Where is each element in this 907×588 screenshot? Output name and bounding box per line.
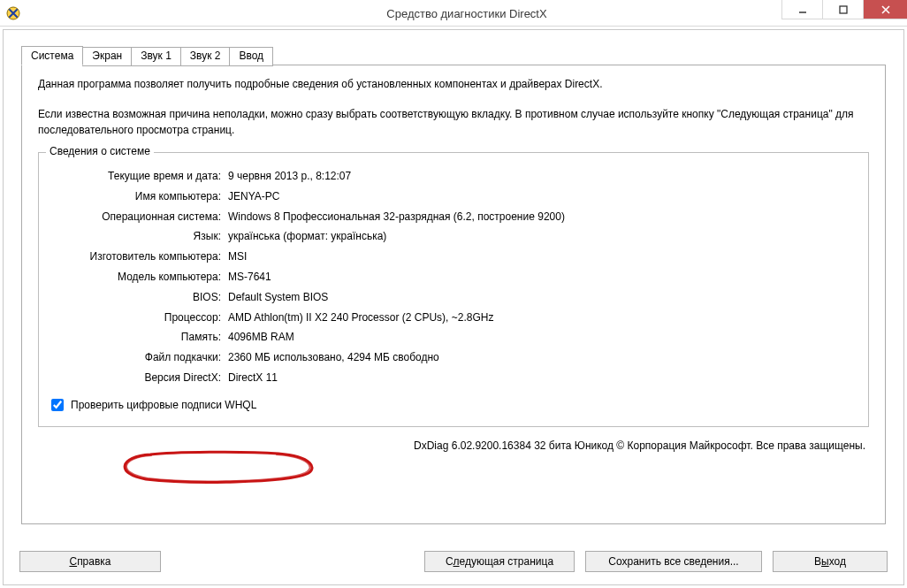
tab-strip: Система Экран Звук 1 Звук 2 Ввод xyxy=(21,46,886,65)
info-row: Язык:українська (формат: українська) xyxy=(48,229,859,244)
info-label: Процессор: xyxy=(48,310,225,325)
info-label: Память: xyxy=(48,330,225,345)
info-value: JENYA-PC xyxy=(225,189,859,204)
info-value: українська (формат: українська) xyxy=(225,229,859,244)
info-value: AMD Athlon(tm) II X2 240 Processor (2 CP… xyxy=(225,310,859,325)
window-body: Система Экран Звук 1 Звук 2 Ввод Данная … xyxy=(3,29,904,585)
help-button[interactable]: Справка xyxy=(19,551,161,572)
info-label: Текущие время и дата: xyxy=(48,169,225,184)
info-value: 2360 МБ использовано, 4294 МБ свободно xyxy=(225,350,859,365)
whql-checkbox[interactable] xyxy=(51,399,64,411)
next-page-button[interactable]: Следующая страница xyxy=(424,551,575,572)
info-row: Версия DirectX:DirectX 11 xyxy=(48,370,859,386)
info-label: BIOS: xyxy=(48,290,225,305)
info-row: Процессор:AMD Athlon(tm) II X2 240 Proce… xyxy=(48,310,859,325)
maximize-button[interactable] xyxy=(822,0,863,19)
save-all-button[interactable]: Сохранить все сведения... xyxy=(585,551,762,572)
info-row: Файл подкачки:2360 МБ использовано, 4294… xyxy=(48,350,859,365)
info-row: BIOS:Default System BIOS xyxy=(48,290,859,305)
title-bar: Средство диагностики DirectX xyxy=(0,0,907,27)
whql-label: Проверить цифровые подписи WHQL xyxy=(71,399,256,411)
info-label: Операционная система: xyxy=(48,210,225,225)
minimize-icon xyxy=(798,5,807,14)
info-row: Модель компьютера:MS-7641 xyxy=(48,270,859,285)
info-label: Язык: xyxy=(48,229,225,244)
highlight-mark xyxy=(111,447,323,486)
tab-display[interactable]: Экран xyxy=(82,47,132,66)
whql-row: Проверить цифровые подписи WHQL xyxy=(48,396,859,414)
close-icon xyxy=(880,4,891,15)
info-label: Имя компьютера: xyxy=(48,189,225,204)
system-info-group: Сведения о системе Текущие время и дата:… xyxy=(38,152,869,427)
group-title: Сведения о системе xyxy=(46,145,154,157)
exit-button[interactable]: Выход xyxy=(773,551,888,572)
copyright-line: DxDiag 6.02.9200.16384 32 бита Юникод © … xyxy=(38,439,869,452)
window-title: Средство диагностики DirectX xyxy=(27,5,907,20)
info-value: MS-7641 xyxy=(225,270,859,285)
close-button[interactable] xyxy=(863,0,907,19)
info-value: DirectX 11 xyxy=(225,370,859,386)
info-row: Текущие время и дата:9 червня 2013 р., 8… xyxy=(48,169,859,184)
info-label: Изготовитель компьютера: xyxy=(48,249,225,264)
window-controls xyxy=(781,0,907,27)
info-value: MSI xyxy=(225,249,859,264)
info-value: Default System BIOS xyxy=(225,290,859,305)
info-row: Изготовитель компьютера:MSI xyxy=(48,249,859,264)
info-row: Операционная система:Windows 8 Профессио… xyxy=(48,210,859,225)
intro-text: Данная программа позволяет получить подр… xyxy=(38,76,869,138)
info-label: Файл подкачки: xyxy=(48,350,225,365)
info-label: Версия DirectX: xyxy=(48,370,225,386)
minimize-button[interactable] xyxy=(781,0,822,19)
intro-p2: Если известна возможная причина неполадк… xyxy=(38,106,869,138)
bottom-buttons: Справка Следующая страница Сохранить все… xyxy=(19,551,888,572)
intro-p1: Данная программа позволяет получить подр… xyxy=(38,76,869,92)
svg-rect-2 xyxy=(840,6,847,13)
maximize-icon xyxy=(839,5,848,14)
tab-sound2[interactable]: Звук 2 xyxy=(180,47,231,66)
tab-system[interactable]: Система xyxy=(21,46,83,65)
info-value: Windows 8 Профессиональная 32-разрядная … xyxy=(225,210,859,225)
info-value: 9 червня 2013 р., 8:12:07 xyxy=(225,169,859,184)
tab-panel-system: Данная программа позволяет получить подр… xyxy=(21,65,886,524)
tab-input[interactable]: Ввод xyxy=(229,47,273,66)
info-label: Модель компьютера: xyxy=(48,270,225,285)
info-value: 4096MB RAM xyxy=(225,330,859,345)
tab-sound1[interactable]: Звук 1 xyxy=(131,47,181,66)
app-icon xyxy=(0,6,27,20)
info-row: Имя компьютера:JENYA-PC xyxy=(48,189,859,204)
info-row: Память:4096MB RAM xyxy=(48,330,859,345)
